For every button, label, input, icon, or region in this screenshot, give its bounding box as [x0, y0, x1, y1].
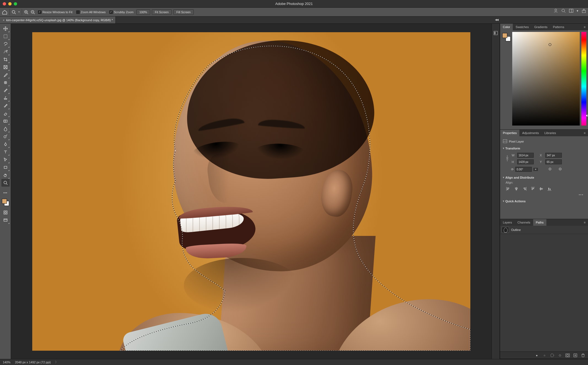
fill-path-icon[interactable]: ● — [535, 353, 539, 358]
align-top-icon[interactable] — [530, 186, 535, 191]
eyedropper-tool[interactable] — [1, 71, 10, 79]
share-icon[interactable] — [581, 8, 586, 13]
window-close-button[interactable] — [3, 2, 6, 6]
fill-screen-button[interactable]: Fill Screen — [173, 9, 194, 15]
eraser-tool[interactable] — [1, 110, 10, 117]
tab-color[interactable]: Color — [500, 24, 513, 30]
canvas-area[interactable] — [11, 24, 492, 359]
resize-windows-option[interactable]: Resize Windows to Fit — [37, 10, 74, 14]
close-tab-icon[interactable]: × — [3, 18, 4, 22]
align-right-icon[interactable] — [522, 186, 527, 191]
angle-dropdown[interactable]: ▼ — [533, 168, 538, 171]
panel-collapse-toggle[interactable]: ◀◀ — [495, 18, 498, 21]
rectangle-tool[interactable] — [1, 164, 10, 171]
hand-tool[interactable] — [1, 171, 10, 179]
document-canvas[interactable] — [32, 32, 470, 351]
window-maximize-button[interactable] — [14, 2, 17, 6]
path-to-selection-icon[interactable] — [550, 353, 554, 358]
color-picker-field[interactable] — [512, 32, 580, 126]
status-dimensions[interactable]: 2048 px x 1492 px (72 ppi) — [15, 361, 51, 364]
angle-input[interactable] — [515, 167, 532, 172]
zoom-100-button[interactable]: 100% — [136, 9, 150, 15]
stroke-path-icon[interactable]: ○ — [542, 353, 547, 358]
scrubby-zoom-option[interactable]: Scrubby Zoom — [108, 10, 135, 14]
tool-preset-dropdown[interactable]: ▼ — [18, 11, 20, 13]
history-brush-tool[interactable] — [1, 102, 10, 110]
zoom-in-icon[interactable] — [24, 10, 29, 15]
width-input[interactable] — [517, 153, 534, 158]
tab-adjustments[interactable]: Adjustments — [519, 130, 542, 136]
link-wh-icon[interactable] — [506, 155, 509, 162]
status-zoom[interactable]: 140% — [3, 361, 10, 364]
status-info-dropdown[interactable]: 〉 — [55, 360, 58, 364]
workspace-icon[interactable] — [569, 8, 574, 13]
delete-path-icon[interactable] — [581, 353, 585, 358]
selection-to-path-icon[interactable]: ◇ — [558, 353, 562, 358]
clone-stamp-tool[interactable] — [1, 94, 10, 102]
hue-slider-indicator[interactable] — [586, 115, 587, 117]
dodge-tool[interactable] — [1, 133, 10, 140]
x-input[interactable] — [545, 153, 562, 158]
checkbox-icon[interactable] — [109, 10, 113, 14]
flip-vertical-icon[interactable] — [558, 167, 562, 172]
y-input[interactable] — [545, 159, 562, 164]
lasso-tool[interactable] — [1, 40, 10, 48]
checkbox-icon[interactable] — [76, 10, 80, 14]
flip-horizontal-icon[interactable] — [548, 167, 552, 171]
zoom-tool[interactable] — [1, 179, 10, 187]
tab-channels[interactable]: Channels — [515, 219, 533, 226]
checkbox-icon[interactable] — [38, 10, 41, 14]
tab-patterns[interactable]: Patterns — [550, 24, 567, 30]
hue-slider[interactable] — [581, 32, 586, 126]
type-tool[interactable] — [1, 148, 10, 156]
crop-tool[interactable] — [1, 56, 10, 63]
path-name-label[interactable]: Outline — [511, 228, 521, 231]
panel-menu-icon[interactable]: ≡ — [581, 219, 588, 226]
panel-menu-icon[interactable]: ≡ — [581, 130, 588, 136]
screen-mode-button[interactable] — [1, 216, 10, 224]
align-vcenter-icon[interactable] — [539, 186, 544, 191]
path-selection-tool[interactable] — [1, 156, 10, 164]
tab-paths[interactable]: Paths — [533, 219, 546, 226]
history-panel-icon[interactable] — [493, 30, 498, 36]
align-bottom-icon[interactable] — [547, 186, 552, 191]
align-more-button[interactable]: ••• — [506, 193, 585, 196]
gradient-tool[interactable] — [1, 117, 10, 125]
edit-toolbar-button[interactable]: ••• — [1, 189, 10, 197]
tab-layers[interactable]: Layers — [500, 219, 515, 226]
panel-menu-icon[interactable]: ≡ — [581, 24, 588, 30]
window-minimize-button[interactable] — [8, 2, 12, 6]
search-icon[interactable] — [561, 8, 566, 13]
align-section-toggle[interactable]: ▸Align and Distribute — [503, 175, 585, 180]
quick-selection-tool[interactable] — [1, 48, 10, 56]
frame-tool[interactable] — [1, 63, 10, 71]
new-path-icon[interactable] — [573, 353, 578, 358]
quick-mask-button[interactable] — [1, 209, 10, 216]
workspace-dropdown-icon[interactable]: ▾ — [576, 8, 579, 13]
tab-libraries[interactable]: Libraries — [542, 130, 559, 136]
home-button[interactable] — [2, 9, 8, 15]
zoom-tool-icon[interactable] — [11, 10, 16, 15]
fit-screen-button[interactable]: Fit Screen — [152, 9, 172, 15]
height-input[interactable] — [517, 159, 534, 164]
foreground-background-swatches[interactable] — [1, 198, 10, 206]
pen-tool[interactable] — [1, 140, 10, 148]
color-panel-swatches[interactable] — [502, 33, 511, 41]
zoom-out-icon[interactable] — [30, 10, 35, 15]
quick-actions-section-toggle[interactable]: ▸Quick Actions — [503, 198, 585, 204]
align-hcenter-icon[interactable] — [514, 186, 519, 191]
healing-brush-tool[interactable] — [1, 79, 10, 86]
tab-gradients[interactable]: Gradients — [532, 24, 550, 30]
collapsed-panel-dock[interactable] — [492, 24, 500, 359]
align-left-icon[interactable] — [506, 186, 511, 191]
zoom-all-windows-option[interactable]: Zoom All Windows — [75, 10, 107, 14]
marquee-tool[interactable] — [1, 32, 10, 40]
brush-tool[interactable] — [1, 86, 10, 94]
path-item[interactable]: Outline — [500, 226, 588, 234]
transform-section-toggle[interactable]: ▸Transform — [503, 146, 585, 151]
color-picker-indicator[interactable] — [549, 43, 551, 46]
blur-tool[interactable] — [1, 125, 10, 133]
tab-swatches[interactable]: Swatches — [513, 24, 532, 30]
foreground-color-swatch[interactable] — [502, 33, 507, 38]
add-mask-icon[interactable] — [565, 353, 570, 358]
